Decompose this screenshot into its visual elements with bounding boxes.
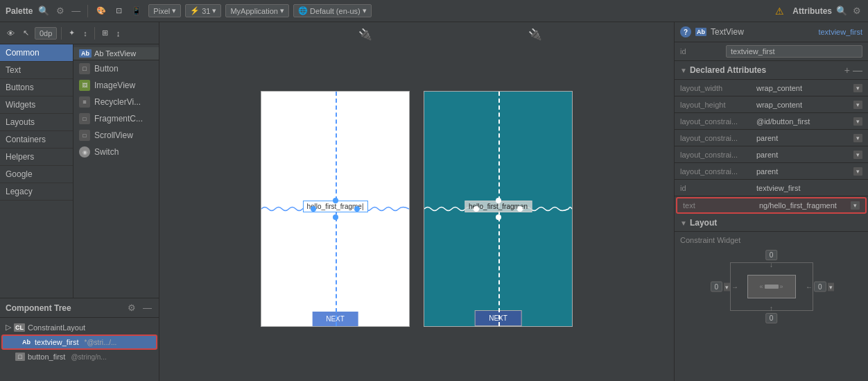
constraint-layout-label: ConstraintLayout bbox=[28, 323, 85, 332]
api-dropdown[interactable]: ⚡ 31 ▾ bbox=[185, 4, 221, 17]
attr-widget-row: ? Ab TextView textview_first bbox=[675, 22, 868, 42]
textview-first-label: textview_first bbox=[35, 338, 79, 346]
eye-btn[interactable]: 👁 bbox=[4, 28, 17, 39]
attrs-label: Attributes bbox=[792, 6, 832, 16]
attr-widget-icon: Ab bbox=[695, 28, 706, 36]
bias-right-icon: » bbox=[780, 283, 783, 290]
attrs-settings-btn[interactable]: ⚙ bbox=[851, 4, 862, 17]
cw-right-dropdown[interactable]: ▾ bbox=[828, 282, 834, 291]
attr-dropdown-text[interactable]: ▾ bbox=[851, 201, 860, 210]
constraint-icon: ▷ bbox=[6, 323, 11, 332]
imageview-icon: 🖼 bbox=[79, 80, 90, 91]
scrollview-icon: □ bbox=[79, 130, 90, 141]
palette-minimize-btn[interactable]: — bbox=[70, 4, 82, 17]
cw-left-number[interactable]: 0 bbox=[711, 282, 723, 292]
attr-dropdown-constraint-2[interactable]: ▾ bbox=[853, 134, 862, 142]
palette-item-fragment[interactable]: □ FragmentC... bbox=[73, 110, 159, 127]
category-common[interactable]: Common bbox=[0, 44, 73, 62]
category-legacy[interactable]: Legacy bbox=[0, 183, 73, 201]
margin-dropdown[interactable]: 0dp bbox=[35, 27, 57, 40]
chevron-down-icon: ▾ bbox=[212, 6, 216, 15]
fragment-icon: □ bbox=[79, 113, 90, 124]
attr-row-constraint-4: layout_constrai... parent ▾ bbox=[675, 163, 868, 180]
attr-value-constraint-2: parent bbox=[756, 134, 851, 142]
tree-item-constraint-layout[interactable]: ▷ CL ConstraintLayout bbox=[0, 321, 159, 334]
attr-name-text: text bbox=[683, 201, 759, 210]
palette-item-imageview[interactable]: 🖼 ImageView bbox=[73, 77, 159, 94]
tree-item-textview-first[interactable]: Ab textview_first *@stri.../... bbox=[1, 335, 157, 350]
canvas-area: 🔌 🔌 hello_first_fragme| bbox=[159, 22, 674, 381]
component-tree-minimize[interactable]: — bbox=[141, 301, 153, 314]
tool4-btn[interactable]: ↨ bbox=[114, 28, 123, 39]
dot-left-dark bbox=[474, 206, 479, 212]
attrs-search-btn[interactable]: 🔍 bbox=[835, 4, 849, 17]
attr-value-constraint-4: parent bbox=[756, 167, 851, 176]
warn-icon: ⚠ bbox=[775, 6, 784, 17]
top-toolbar: Palette 🔍 ⚙ — 🎨 ⊡ 📱 Pixel ▾ ⚡ 31 ▾ MyApp… bbox=[0, 0, 868, 22]
declared-attrs-header[interactable]: ▼ Declared Attributes + — bbox=[675, 61, 868, 80]
constraint-widget-label: Constraint Widget bbox=[680, 236, 862, 244]
design-mode-btn[interactable]: 🎨 bbox=[94, 5, 109, 17]
blueprint-icon: ⊡ bbox=[116, 6, 122, 15]
attr-row-id: id textview_first bbox=[675, 180, 868, 196]
left-arrow-icon: ← bbox=[806, 283, 813, 291]
cw-left-section: 0 ▾ → bbox=[711, 282, 739, 292]
attr-dropdown-layout-height[interactable]: ▾ bbox=[853, 101, 862, 109]
button-icon: □ bbox=[79, 63, 90, 74]
palette-settings-btn[interactable]: ⚙ bbox=[55, 4, 66, 17]
locale-dropdown[interactable]: 🌐 Default (en-us) ▾ bbox=[293, 4, 372, 17]
remove-attr-btn[interactable]: — bbox=[853, 65, 862, 76]
orientation-btn[interactable]: 📱 bbox=[129, 5, 144, 17]
pixel-dropdown[interactable]: Pixel ▾ bbox=[148, 4, 181, 17]
attr-dropdown-constraint-1[interactable]: ▾ bbox=[853, 117, 862, 126]
cw-top-number[interactable]: 0 bbox=[765, 250, 778, 260]
tool3-btn[interactable]: ⊞ bbox=[99, 27, 111, 39]
blueprint-btn[interactable]: ⊡ bbox=[113, 5, 125, 17]
component-tree-settings[interactable]: ⚙ bbox=[126, 301, 137, 314]
category-widgets[interactable]: Widgets bbox=[0, 96, 73, 114]
palette-item-button[interactable]: □ Button bbox=[73, 60, 159, 77]
category-buttons[interactable]: Buttons bbox=[0, 79, 73, 96]
palette-item-recyclerview[interactable]: ≡ RecyclerVi... bbox=[73, 94, 159, 110]
cw-bottom-section: ↑ 0 bbox=[765, 305, 778, 323]
locale-icon: 🌐 bbox=[298, 6, 308, 15]
cw-right-number[interactable]: 0 bbox=[814, 282, 826, 292]
recyclerview-icon: ≡ bbox=[79, 96, 90, 108]
tool1-btn[interactable]: ✦ bbox=[66, 27, 78, 39]
palette-items-list: Ab Ab TextView □ Button 🖼 ImageView ≡ Re… bbox=[73, 44, 159, 298]
cw-left-dropdown[interactable]: ▾ bbox=[724, 282, 730, 291]
attr-dropdown-constraint-3[interactable]: ▾ bbox=[853, 151, 862, 159]
palette-item-switch[interactable]: ◉ Switch bbox=[73, 144, 159, 160]
add-attr-btn[interactable]: + bbox=[844, 65, 850, 76]
attr-widget-id-value: textview_first bbox=[818, 28, 862, 36]
palette-item-scrollview[interactable]: □ ScrollView bbox=[73, 127, 159, 144]
layout-section-title: Layout bbox=[690, 218, 862, 228]
tree-item-button-first[interactable]: □ button_first @string/n... bbox=[10, 350, 159, 363]
palette-search-btn[interactable]: 🔍 bbox=[37, 4, 51, 17]
attr-row-layout-width: layout_width wrap_content ▾ bbox=[675, 80, 868, 96]
attr-value-layout-width: wrap_content bbox=[756, 84, 851, 92]
main-layout: 👁 ↖ 0dp ✦ ↕ ⊞ ↨ Common Text Buttons Widg… bbox=[0, 22, 868, 381]
tool2-btn[interactable]: ↕ bbox=[80, 28, 90, 39]
category-helpers[interactable]: Helpers bbox=[0, 149, 73, 166]
attr-dropdown-constraint-4[interactable]: ▾ bbox=[853, 167, 862, 176]
textview-icon: Ab bbox=[21, 338, 32, 346]
attr-name-constraint-2: layout_constrai... bbox=[680, 134, 756, 142]
category-containers[interactable]: Containers bbox=[0, 131, 73, 149]
category-text[interactable]: Text bbox=[0, 62, 73, 79]
design-toolbar: 👁 ↖ 0dp ✦ ↕ ⊞ ↨ bbox=[0, 22, 159, 44]
attr-row-text: text ng/hello_first_fragment ▾ bbox=[676, 197, 867, 214]
attr-id-input[interactable] bbox=[726, 45, 862, 58]
category-google[interactable]: Google bbox=[0, 166, 73, 183]
cw-right-section: ← 0 ▾ bbox=[806, 282, 834, 292]
cw-bottom-number[interactable]: 0 bbox=[765, 313, 778, 323]
attr-dropdown-layout-width[interactable]: ▾ bbox=[853, 84, 862, 92]
dot-bottom bbox=[333, 214, 338, 220]
attr-id-label: id bbox=[680, 47, 722, 56]
layout-section-header[interactable]: ▼ Layout bbox=[675, 214, 868, 232]
app-dropdown[interactable]: MyApplication ▾ bbox=[225, 4, 288, 17]
up-arrow-icon: ↑ bbox=[770, 305, 773, 312]
attr-row-constraint-1: layout_constrai... @id/button_first ▾ bbox=[675, 113, 868, 130]
cursor-btn[interactable]: ↖ bbox=[20, 27, 32, 39]
category-layouts[interactable]: Layouts bbox=[0, 114, 73, 131]
